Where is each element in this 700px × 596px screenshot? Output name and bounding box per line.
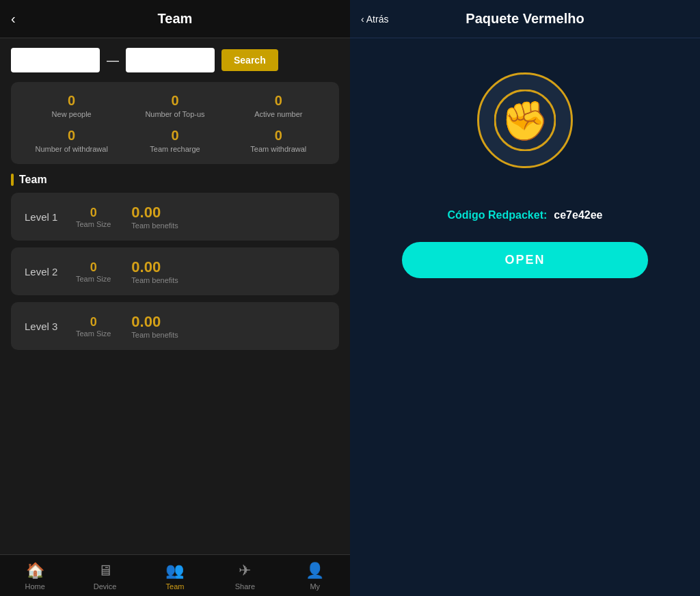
left-header: ‹ Team	[0, 0, 350, 38]
level-1-size: 0 Team Size	[76, 206, 111, 228]
dash-separator: —	[107, 53, 119, 68]
nav-team[interactable]: 👥 Team	[154, 562, 196, 591]
stat-team-withdrawal-value: 0	[275, 128, 282, 144]
level-2-card: Level 2 0 Team Size 0.00 Team benefits	[11, 247, 339, 295]
redpacket-info: Código Redpacket: ce7e42ee	[448, 209, 603, 221]
left-title: Team	[158, 11, 193, 27]
stat-recharge-label: Team recharge	[150, 145, 200, 153]
level-1-benefits-value: 0.00	[131, 204, 161, 221]
team-section-text: Team	[19, 174, 47, 186]
level-2-size-value: 0	[90, 260, 97, 275]
stat-withdrawal: 0 Number of withdrawal	[22, 128, 121, 153]
level-1-benefits: 0.00 Team benefits	[131, 204, 178, 230]
level-2-benefits-value: 0.00	[131, 258, 161, 276]
nav-team-label: Team	[166, 582, 185, 591]
stat-team-withdrawal: 0 Team withdrawal	[229, 128, 328, 153]
stat-new-people-label: New people	[52, 110, 92, 118]
nav-device-label: Device	[94, 582, 117, 591]
level-3-size-label: Team Size	[76, 329, 111, 338]
level-3-size: 0 Team Size	[76, 315, 111, 338]
redpacket-code: ce7e42ee	[554, 209, 602, 221]
level-1-benefits-label: Team benefits	[131, 221, 178, 230]
stat-recharge-value: 0	[171, 128, 178, 144]
levels-container: Level 1 0 Team Size 0.00 Team benefits L…	[0, 193, 350, 350]
level-1-name: Level 1	[25, 211, 62, 223]
stat-withdrawal-label: Number of withdrawal	[35, 145, 107, 153]
stat-top-us: 0 Number of Top-us	[125, 93, 224, 118]
stat-top-us-label: Number of Top-us	[145, 110, 204, 118]
stat-team-withdrawal-label: Team withdrawal	[250, 145, 306, 153]
search-bar: — Search	[0, 38, 350, 82]
nav-my-label: My	[310, 582, 320, 591]
level-3-benefits-value: 0.00	[131, 313, 161, 331]
nav-home[interactable]: 🏠 Home	[14, 562, 55, 591]
back-button-right[interactable]: ‹ Atrás	[361, 14, 388, 25]
stat-withdrawal-value: 0	[68, 128, 75, 144]
level-2-size-label: Team Size	[76, 275, 111, 283]
level-1-size-label: Team Size	[76, 220, 111, 228]
open-button[interactable]: OPEN	[402, 242, 648, 278]
redpacket-label: Código Redpacket:	[448, 209, 548, 221]
home-icon: 🏠	[26, 562, 44, 580]
nav-my[interactable]: 👤 My	[295, 562, 336, 591]
bottom-nav: 🏠 Home 🖥 Device 👥 Team ✈ Share 👤 My	[0, 554, 350, 596]
level-1-card: Level 1 0 Team Size 0.00 Team benefits	[11, 193, 339, 241]
section-bar-icon	[11, 174, 14, 186]
logo-circle: ✊	[477, 72, 573, 168]
level-3-benefits: 0.00 Team benefits	[131, 313, 178, 339]
share-icon: ✈	[239, 562, 251, 580]
level-2-benefits-label: Team benefits	[131, 276, 178, 284]
logo-svg: ✊	[494, 90, 556, 151]
level-2-name: Level 2	[25, 266, 62, 277]
stat-top-us-value: 0	[171, 93, 178, 109]
stat-active-value: 0	[275, 93, 282, 109]
stat-recharge: 0 Team recharge	[125, 128, 224, 153]
level-2-size: 0 Team Size	[76, 260, 111, 283]
right-panel: ‹ Atrás Paquete Vermelho ✊ Código Redpac…	[350, 0, 700, 596]
nav-share-label: Share	[235, 582, 255, 591]
device-icon: 🖥	[98, 562, 113, 580]
stat-active: 0 Active number	[229, 93, 328, 118]
logo-container: ✊	[477, 72, 573, 168]
team-section-title: Team	[0, 174, 350, 193]
level-3-name: Level 3	[25, 321, 62, 332]
stats-card: 0 New people 0 Number of Top-us 0 Active…	[11, 82, 339, 164]
stat-new-people: 0 New people	[22, 93, 121, 118]
level-1-size-value: 0	[90, 206, 97, 220]
stat-active-label: Active number	[254, 110, 302, 118]
level-3-benefits-label: Team benefits	[131, 331, 178, 339]
team-icon: 👥	[165, 562, 184, 580]
level-3-card: Level 3 0 Team Size 0.00 Team benefits	[11, 302, 339, 350]
right-title: Paquete Vermelho	[466, 11, 584, 27]
right-header: ‹ Atrás Paquete Vermelho	[350, 0, 700, 38]
nav-home-label: Home	[25, 582, 45, 591]
level-2-benefits: 0.00 Team benefits	[131, 258, 178, 284]
svg-text:✊: ✊	[501, 98, 549, 144]
search-button[interactable]: Search	[221, 49, 278, 71]
search-input-to[interactable]	[126, 48, 215, 72]
stat-new-people-value: 0	[68, 93, 75, 109]
search-input-from[interactable]	[11, 48, 100, 72]
level-3-size-value: 0	[90, 315, 97, 329]
my-icon: 👤	[306, 562, 324, 580]
back-button-left[interactable]: ‹	[11, 11, 16, 27]
nav-device[interactable]: 🖥 Device	[85, 562, 126, 591]
nav-share[interactable]: ✈ Share	[224, 562, 265, 591]
left-panel: ‹ Team — Search 0 New people 0 Number of…	[0, 0, 350, 596]
